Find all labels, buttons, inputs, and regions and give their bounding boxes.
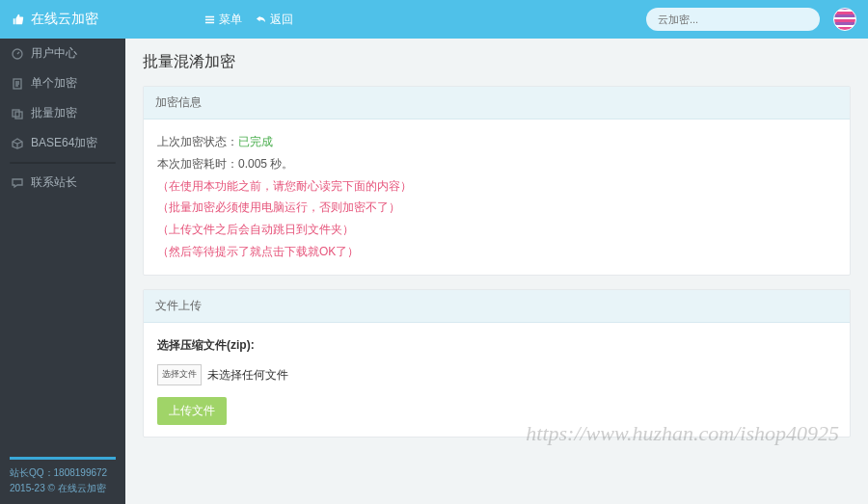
warn-line-3: （上传文件之后会自动跳日到文件夹） bbox=[157, 219, 836, 241]
panel-info: 加密信息 上次加密状态：已完成 本次加密耗时：0.005 秒。 （在使用本功能之… bbox=[143, 86, 851, 276]
panel-upload-body: 选择压缩文件(zip): 选择文件 未选择任何文件 上传文件 bbox=[144, 323, 850, 438]
sidebar-item-label: 用户中心 bbox=[31, 45, 77, 62]
choose-file-button[interactable]: 选择文件 bbox=[157, 364, 202, 385]
duration-label: 本次加密耗时： bbox=[157, 157, 238, 171]
topnav: 菜单 返回 bbox=[204, 12, 293, 28]
avatar[interactable] bbox=[833, 8, 856, 31]
sidebar-item-contact[interactable]: 联系站长 bbox=[0, 168, 125, 198]
brand-title: 在线云加密 bbox=[31, 11, 98, 28]
menu-icon bbox=[204, 14, 215, 25]
main-content: 批量混淆加密 加密信息 上次加密状态：已完成 本次加密耗时：0.005 秒。 （… bbox=[125, 39, 868, 504]
sidebar: 用户中心 单个加密 批量加密 BASE64加密 联系站长 站长QQ：180819… bbox=[0, 39, 125, 504]
sidebar-item-label: BASE64加密 bbox=[31, 135, 97, 151]
dashboard-icon bbox=[12, 48, 23, 60]
status-value: 已完成 bbox=[238, 135, 273, 148]
sidebar-divider bbox=[10, 162, 116, 164]
file-input-row: 选择文件 未选择任何文件 bbox=[157, 364, 836, 386]
back-icon bbox=[256, 14, 266, 25]
footer-qq: 站长QQ：1808199672 bbox=[10, 465, 116, 481]
panel-info-head: 加密信息 bbox=[144, 87, 850, 119]
footer-copyright: 2015-23 © 在线云加密 bbox=[10, 481, 116, 496]
back-link[interactable]: 返回 bbox=[256, 12, 293, 28]
warn-line-2: （批量加密必须使用电脑运行，否则加密不了） bbox=[157, 197, 836, 219]
duration-value: 0.005 秒。 bbox=[238, 157, 293, 171]
layers-icon bbox=[12, 108, 23, 119]
warn-line-1: （在使用本功能之前，请您耐心读完下面的内容） bbox=[157, 175, 836, 198]
sidebar-item-label: 单个加密 bbox=[31, 75, 77, 92]
select-label: 选择压缩文件(zip): bbox=[157, 334, 836, 357]
cube-icon bbox=[12, 138, 23, 149]
no-file-text: 未选择任何文件 bbox=[207, 364, 288, 386]
status-row: 上次加密状态：已完成 bbox=[157, 131, 836, 153]
menu-link[interactable]: 菜单 bbox=[204, 12, 242, 28]
file-icon bbox=[12, 78, 23, 90]
menu-label: 菜单 bbox=[219, 12, 242, 28]
sidebar-item-label: 批量加密 bbox=[31, 105, 77, 121]
warn-line-4: （然后等待提示了就点击下载就OK了） bbox=[157, 241, 836, 263]
sidebar-item-base64[interactable]: BASE64加密 bbox=[0, 128, 125, 158]
panel-info-body: 上次加密状态：已完成 本次加密耗时：0.005 秒。 （在使用本功能之前，请您耐… bbox=[144, 119, 850, 275]
chat-icon bbox=[12, 177, 23, 189]
sidebar-footer: 站长QQ：1808199672 2015-23 © 在线云加密 bbox=[0, 451, 125, 504]
sidebar-item-single[interactable]: 单个加密 bbox=[0, 68, 125, 98]
upload-button[interactable]: 上传文件 bbox=[157, 397, 227, 425]
search-input[interactable] bbox=[646, 8, 820, 31]
back-label: 返回 bbox=[270, 12, 293, 28]
thumbs-up-icon bbox=[12, 13, 25, 26]
sidebar-item-label: 联系站长 bbox=[31, 174, 77, 191]
sidebar-item-batch[interactable]: 批量加密 bbox=[0, 98, 125, 128]
sidebar-item-usercenter[interactable]: 用户中心 bbox=[0, 39, 125, 68]
panel-upload: 文件上传 选择压缩文件(zip): 选择文件 未选择任何文件 上传文件 bbox=[143, 289, 851, 438]
topbar: 在线云加密 菜单 返回 bbox=[0, 0, 868, 39]
duration-row: 本次加密耗时：0.005 秒。 bbox=[157, 153, 836, 175]
status-label: 上次加密状态： bbox=[157, 135, 238, 148]
brand: 在线云加密 bbox=[12, 11, 98, 28]
panel-upload-head: 文件上传 bbox=[144, 290, 850, 323]
footer-bar bbox=[10, 457, 116, 460]
page-title: 批量混淆加密 bbox=[143, 52, 851, 72]
